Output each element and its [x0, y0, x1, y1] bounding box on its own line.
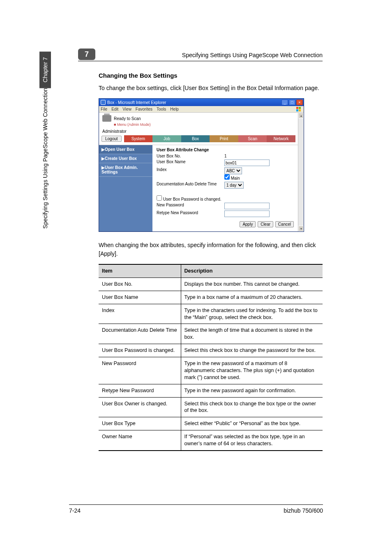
menu-mode-label: ■ Menu (Admin Mode): [111, 123, 298, 128]
tab-system[interactable]: System: [124, 135, 153, 142]
cell-item: User Box Password is changed.: [99, 344, 181, 357]
logout-button[interactable]: Logout: [101, 136, 122, 142]
cell-desc: Type in the characters used for indexing…: [181, 304, 323, 324]
menu-help[interactable]: Help: [170, 107, 179, 111]
window-title: Box - Microsoft Internet Explorer: [107, 100, 166, 105]
ie-icon: [101, 100, 106, 105]
cell-item: Owner Name: [99, 430, 181, 451]
table-row: User Box TypeSelect either “Public” or “…: [99, 417, 323, 430]
table-row: User Box No.Displays the box number. Thi…: [99, 278, 323, 291]
cell-item: User Box Owner is changed.: [99, 397, 181, 417]
pw-changed-checkbox[interactable]: [157, 195, 162, 201]
table-row: User Box Password is changed.Select this…: [99, 344, 323, 357]
cell-item: Documentation Auto Delete Time: [99, 324, 181, 344]
autodelete-select[interactable]: 1 day: [224, 182, 244, 189]
cell-item: User Box Type: [99, 417, 181, 430]
menu-tools[interactable]: Tools: [157, 107, 166, 111]
menu-file[interactable]: File: [101, 107, 107, 111]
side-tab: Chapter 7 Specifying Settings Using Page…: [39, 51, 51, 233]
table-row: Retype New PasswordType in the new passw…: [99, 384, 323, 397]
pw-changed-row[interactable]: User Box Password is changed.: [157, 195, 224, 201]
clear-button[interactable]: Clear: [258, 221, 273, 227]
tab-network[interactable]: Network: [267, 135, 295, 142]
sidenav-create-user-box[interactable]: ▶Create User Box: [99, 154, 152, 163]
status-text: Ready to Scan: [114, 116, 141, 121]
cell-desc: Select either “Public” or “Personal” as …: [181, 417, 323, 430]
table-row: IndexType in the characters used for ind…: [99, 304, 323, 324]
chapter-tab: Chapter 7: [39, 51, 51, 88]
tab-print[interactable]: Print: [210, 135, 238, 142]
printer-icon: [102, 115, 111, 122]
minimize-button[interactable]: _: [281, 99, 288, 105]
browser-window: Box - Microsoft Internet Explorer _ □ × …: [99, 98, 304, 232]
footer-rule: [69, 504, 323, 505]
menubar: File Edit View Favorites Tools Help: [99, 106, 304, 113]
tab-job[interactable]: Job: [152, 135, 181, 142]
main-label-text: Main: [231, 176, 240, 180]
cell-item: Retype New Password: [99, 384, 181, 397]
form-area: User Box Attribute Change User Box No. 1…: [152, 145, 298, 231]
intro-paragraph: To change the box settings, click [User …: [99, 84, 323, 92]
cell-desc: Select the length of time that a documen…: [181, 324, 323, 344]
cell-desc: Displays the box number. This cannot be …: [181, 278, 323, 291]
cell-desc: Type in a box name of a maximum of 20 ch…: [181, 291, 323, 304]
pw-changed-label: User Box Password is changed.: [163, 197, 221, 201]
titlebar[interactable]: Box - Microsoft Internet Explorer _ □ ×: [99, 99, 304, 106]
tab-scan[interactable]: Scan: [238, 135, 267, 142]
main-content: Changing the Box Settings To change the …: [99, 72, 323, 451]
footer-page-number: 7-24: [69, 507, 81, 514]
retype-password-input[interactable]: [224, 210, 270, 217]
maximize-button[interactable]: □: [289, 99, 295, 105]
table-row: Documentation Auto Delete TimeSelect the…: [99, 324, 323, 344]
page-header: Specifying Settings Using PageScope Web …: [152, 52, 323, 58]
label-retype-password: Retype New Password: [157, 210, 224, 217]
apply-button[interactable]: Apply: [240, 221, 256, 227]
tab-box[interactable]: Box: [181, 135, 210, 142]
cell-desc: Type in the new password of a maximum of…: [181, 357, 323, 384]
label-new-password: New Password: [157, 203, 224, 209]
side-nav: ▶Open User Box ▶Create User Box ▶User Bo…: [99, 145, 152, 231]
section-title: Changing the Box Settings: [99, 72, 323, 79]
th-desc: Description: [181, 264, 323, 278]
cell-item: Index: [99, 304, 181, 324]
cell-item: User Box No.: [99, 278, 181, 291]
cell-item: User Box Name: [99, 291, 181, 304]
new-password-input[interactable]: [224, 203, 270, 209]
menu-edit[interactable]: Edit: [111, 107, 118, 111]
menu-view[interactable]: View: [122, 107, 131, 111]
form-title: User Box Attribute Change: [157, 148, 294, 152]
header-rule: [78, 61, 323, 61]
scroll-up-icon[interactable]: ▴: [298, 113, 304, 118]
table-row: Owner NameIf “Personal” was selected as …: [99, 430, 323, 451]
cell-item: New Password: [99, 357, 181, 384]
sidenav-user-box-admin[interactable]: ▶User Box Admin. Settings: [99, 163, 152, 177]
side-title: Specifying Settings Using PageScope Web …: [39, 88, 51, 233]
cell-desc: Select this check box to change the box …: [181, 397, 323, 417]
windows-flag-icon: [296, 107, 302, 112]
label-autodelete: Documentation Auto Delete Time: [157, 182, 224, 189]
table-row: User Box NameType in a box name of a max…: [99, 291, 323, 304]
cell-desc: If “Personal” was selected as the box ty…: [181, 430, 323, 451]
value-user-box-no: 1: [224, 154, 227, 158]
user-box-name-input[interactable]: [224, 160, 270, 166]
index-select[interactable]: ABC: [224, 167, 242, 174]
menu-favorites[interactable]: Favorites: [136, 107, 152, 111]
settings-table: Item Description User Box No.Displays th…: [99, 264, 323, 451]
chapter-number-badge: 7: [78, 49, 95, 60]
label-user-box-name: User Box Name: [157, 160, 224, 166]
cell-desc: Type in the new password again for confi…: [181, 384, 323, 397]
after-image-paragraph: When changing the box attributes, specif…: [99, 241, 323, 258]
main-checkbox[interactable]: [224, 174, 230, 180]
scrollbar[interactable]: ▴ ▾: [298, 113, 304, 231]
sidenav-open-user-box[interactable]: ▶Open User Box: [99, 145, 152, 154]
table-row: User Box Owner is changed.Select this ch…: [99, 397, 323, 417]
cancel-button[interactable]: Cancel: [275, 221, 294, 227]
scroll-down-icon[interactable]: ▾: [298, 226, 304, 231]
main-checkbox-label[interactable]: Main: [224, 176, 240, 180]
admin-label: Administrator: [99, 128, 298, 134]
table-row: New PasswordType in the new password of …: [99, 357, 323, 384]
close-button[interactable]: ×: [296, 99, 303, 105]
label-index: Index: [157, 167, 224, 180]
cell-desc: Select this check box to change the pass…: [181, 344, 323, 357]
label-user-box-no: User Box No.: [157, 154, 224, 158]
